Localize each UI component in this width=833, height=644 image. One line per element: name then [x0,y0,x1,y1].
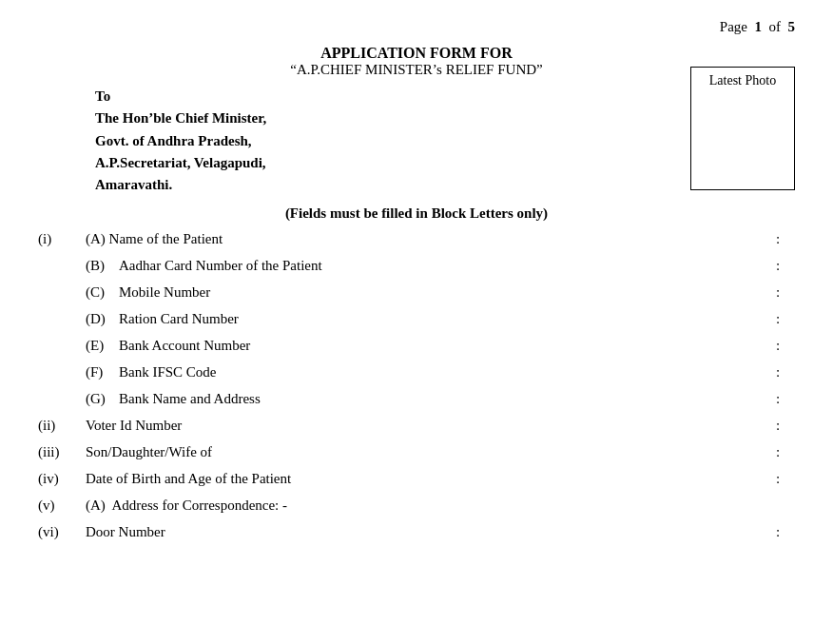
form-row-vi: (vi) Door Number : [38,520,795,543]
sub-row-c: (C) Mobile Number : [86,281,795,303]
row-label-iv: Date of Birth and Age of the Patient [86,467,776,490]
sub-label-e: Bank Account Number [119,334,776,357]
page-separator: of [769,19,782,34]
fields-notice: (Fields must be filled in Block Letters … [38,205,795,222]
sub-row-g: (G) Bank Name and Address : [86,387,795,410]
form-row-i: (i) (A) Name of the Patient : [38,227,795,250]
page-label: Page [720,19,747,34]
sub-label-b: Aadhar Card Number of the Patient [119,254,776,277]
page-total: 5 [788,19,796,34]
sub-row-f: (F) Bank IFSC Code : [86,361,795,383]
row-num-v: (v) [38,494,86,517]
sub-colon-c: : [776,281,795,303]
sub-colon-f: : [776,361,795,383]
row-num-iv: (iv) [38,467,86,490]
row-label-vi: Door Number [86,520,776,543]
form-row-v: (v) (A) Address for Correspondence: - [38,494,795,517]
row-colon-vi: : [776,520,795,543]
row-colon-i-a: : [776,227,795,250]
sub-letter-d: (D) [86,307,119,330]
form-row-iii: (iii) Son/Daughter/Wife of : [38,440,795,463]
page-indicator: Page 1 of 5 [38,19,795,35]
sub-letter-g: (G) [86,387,119,410]
sub-row-e: (E) Bank Account Number : [86,334,795,357]
sub-row-d: (D) Ration Card Number : [86,307,795,330]
form-header: APPLICATION FORM FOR “A.P.CHIEF MINISTER… [38,45,795,78]
sub-label-d: Ration Card Number [119,307,776,330]
photo-box: Latest Photo [690,67,795,190]
sub-letter-b: (B) [86,254,119,277]
row-label-ii: Voter Id Number [86,414,776,437]
photo-label: Latest Photo [709,73,776,88]
sub-letter-c: (C) [86,281,119,303]
row-num-iii: (iii) [38,440,86,463]
app-title: APPLICATION FORM FOR [38,45,795,62]
sub-colon-d: : [776,307,795,330]
form-row-ii: (ii) Voter Id Number : [38,414,795,437]
row-num-vi: (vi) [38,520,86,543]
sub-label-f: Bank IFSC Code [119,361,776,383]
form-fields: (i) (A) Name of the Patient : (B) Aadhar… [38,227,795,543]
row-colon-iii: : [776,440,795,463]
row-label-iii: Son/Daughter/Wife of [86,440,776,463]
sub-colon-e: : [776,334,795,357]
sub-letter-e: (E) [86,334,119,357]
row-num-ii: (ii) [38,414,86,437]
row-num-i: (i) [38,227,86,250]
app-subtitle: “A.P.CHIEF MINISTER’s RELIEF FUND” [38,62,795,78]
page-current: 1 [755,19,763,34]
sub-label-c: Mobile Number [119,281,776,303]
form-row-iv: (iv) Date of Birth and Age of the Patien… [38,467,795,490]
sub-label-g: Bank Name and Address [119,387,776,410]
row-label-v: (A) Address for Correspondence: - [86,494,776,517]
row-colon-iv: : [776,467,795,490]
sub-letter-f: (F) [86,361,119,383]
row-colon-ii: : [776,414,795,437]
sub-colon-g: : [776,387,795,410]
sub-row-b: (B) Aadhar Card Number of the Patient : [86,254,795,277]
sub-colon-b: : [776,254,795,277]
row-label-i-a: (A) Name of the Patient [86,227,776,250]
